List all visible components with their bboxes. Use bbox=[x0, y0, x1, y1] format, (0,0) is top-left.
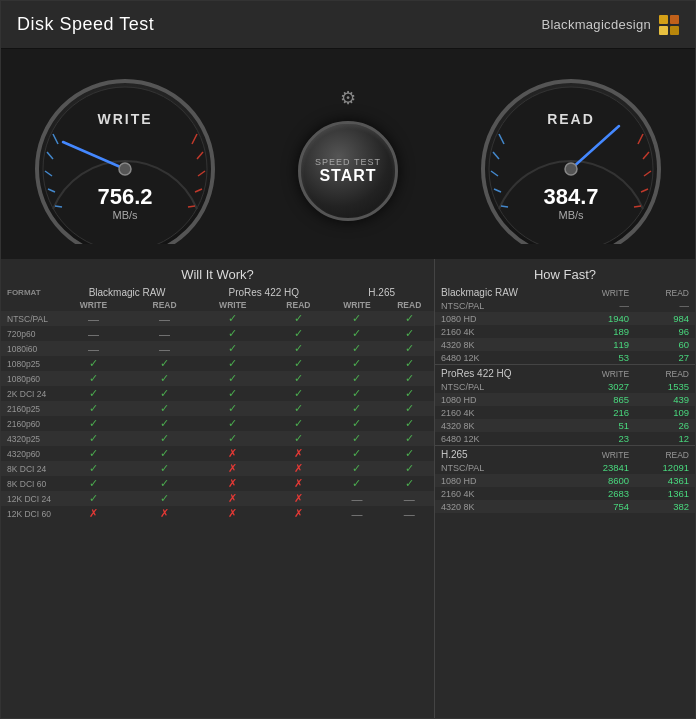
hf-table-row: NTSC/PAL 3027 1535 bbox=[435, 380, 695, 393]
braw-write-cell: ✓ bbox=[56, 461, 131, 476]
prores-read-cell: ✗ bbox=[267, 506, 329, 521]
prores-read-cell: ✓ bbox=[267, 311, 329, 326]
hf-read-cell: — bbox=[635, 299, 695, 312]
prores-write-cell: ✓ bbox=[198, 311, 267, 326]
hf-read-cell: 439 bbox=[635, 393, 695, 406]
format-cell: 2160p25 bbox=[1, 401, 56, 416]
check-icon: ✓ bbox=[89, 417, 98, 429]
check-icon: ✓ bbox=[352, 477, 361, 489]
cross-icon: ✗ bbox=[294, 507, 303, 519]
hf-table-row: NTSC/PAL 23841 12091 bbox=[435, 461, 695, 474]
svg-text:MB/s: MB/s bbox=[112, 209, 138, 221]
write-gauge-svg: WRITE 756.2 MB/s bbox=[25, 64, 225, 244]
cross-icon: ✗ bbox=[228, 492, 237, 504]
start-button-top-text: SPEED TEST bbox=[315, 157, 381, 167]
braw-write-cell: — bbox=[56, 341, 131, 356]
hf-format-cell: 2160 4K bbox=[435, 487, 574, 500]
h265-read-cell: ✓ bbox=[385, 311, 434, 326]
how-fast-table: Blackmagic RAW WRITE READ NTSC/PAL — — 1… bbox=[435, 286, 695, 513]
settings-icon[interactable]: ⚙ bbox=[340, 87, 356, 109]
prores-read-cell: ✗ bbox=[267, 461, 329, 476]
dash-icon: — bbox=[351, 493, 362, 505]
check-icon: ✓ bbox=[228, 312, 237, 324]
brand-name: Blackmagicdesign bbox=[541, 17, 651, 32]
h265-write-cell: ✓ bbox=[329, 371, 384, 386]
braw-write-cell: ✗ bbox=[56, 506, 131, 521]
prores-write-cell: ✗ bbox=[198, 446, 267, 461]
braw-write-cell: ✓ bbox=[56, 416, 131, 431]
cross-icon: ✗ bbox=[294, 462, 303, 474]
write-subheader: WRITE bbox=[574, 286, 635, 299]
prores-write-cell: ✗ bbox=[198, 476, 267, 491]
table-row: NTSC/PAL — — ✓ ✓ ✓ ✓ bbox=[1, 311, 434, 326]
prores-write-cell: ✗ bbox=[198, 506, 267, 521]
format-cell: 2160p60 bbox=[1, 416, 56, 431]
hf-format-cell: 1080 HD bbox=[435, 474, 574, 487]
check-icon: ✓ bbox=[160, 417, 169, 429]
hf-format-cell: NTSC/PAL bbox=[435, 380, 574, 393]
hf-table-row: 1080 HD 1940 984 bbox=[435, 312, 695, 325]
prores-write-cell: ✓ bbox=[198, 341, 267, 356]
how-fast-panel: How Fast? Blackmagic RAW WRITE READ NTSC… bbox=[435, 259, 695, 718]
braw-write-cell: — bbox=[56, 311, 131, 326]
check-icon: ✓ bbox=[89, 447, 98, 459]
svg-text:READ: READ bbox=[547, 111, 595, 127]
data-section: Will It Work? FORMAT Blackmagic RAW ProR… bbox=[1, 259, 695, 718]
hf-table-row: 6480 12K 23 12 bbox=[435, 432, 695, 446]
hf-table-row: 4320 8K 754 382 bbox=[435, 500, 695, 513]
cross-icon: ✗ bbox=[160, 507, 169, 519]
hf-format-cell: 4320 8K bbox=[435, 500, 574, 513]
braw-write-cell: ✓ bbox=[56, 476, 131, 491]
will-it-work-title: Will It Work? bbox=[1, 259, 434, 286]
h265-write-cell: ✓ bbox=[329, 311, 384, 326]
read-subheader: READ bbox=[635, 286, 695, 299]
check-icon: ✓ bbox=[160, 357, 169, 369]
table-row: 1080i60 — — ✓ ✓ ✓ ✓ bbox=[1, 341, 434, 356]
hf-read-cell: 27 bbox=[635, 351, 695, 365]
braw-read-cell: ✓ bbox=[131, 416, 198, 431]
check-icon: ✓ bbox=[405, 342, 414, 354]
group-name: ProRes 422 HQ bbox=[435, 365, 574, 381]
check-icon: ✓ bbox=[405, 462, 414, 474]
sq-bl bbox=[659, 26, 668, 35]
braw-read-cell: ✓ bbox=[131, 491, 198, 506]
check-icon: ✓ bbox=[405, 387, 414, 399]
prores-read-cell: ✗ bbox=[267, 491, 329, 506]
check-icon: ✓ bbox=[405, 477, 414, 489]
braw-read-cell: — bbox=[131, 311, 198, 326]
check-icon: ✓ bbox=[352, 402, 361, 414]
check-icon: ✓ bbox=[160, 492, 169, 504]
svg-point-13 bbox=[119, 163, 131, 175]
prores-read-cell: ✗ bbox=[267, 446, 329, 461]
check-icon: ✓ bbox=[228, 342, 237, 354]
dash-icon: — bbox=[159, 328, 170, 340]
braw-read-cell: ✓ bbox=[131, 386, 198, 401]
braw-write-cell: ✓ bbox=[56, 371, 131, 386]
hf-read-cell: 984 bbox=[635, 312, 695, 325]
dash-icon: — bbox=[404, 508, 415, 520]
gauge-section: WRITE 756.2 MB/s ⚙ SPEED TEST START bbox=[1, 49, 695, 259]
hf-format-cell: 4320 8K bbox=[435, 338, 574, 351]
check-icon: ✓ bbox=[89, 462, 98, 474]
check-icon: ✓ bbox=[160, 372, 169, 384]
hf-write-cell: 189 bbox=[574, 325, 635, 338]
prores-read-cell: ✓ bbox=[267, 341, 329, 356]
table-row: 4320p60 ✓ ✓ ✗ ✗ ✓ ✓ bbox=[1, 446, 434, 461]
braw-read-cell: ✓ bbox=[131, 356, 198, 371]
cross-icon: ✗ bbox=[294, 477, 303, 489]
table-row: 1080p25 ✓ ✓ ✓ ✓ ✓ ✓ bbox=[1, 356, 434, 371]
format-cell: 1080i60 bbox=[1, 341, 56, 356]
h265-write-cell: — bbox=[329, 506, 384, 521]
start-button[interactable]: SPEED TEST START bbox=[298, 121, 398, 221]
hf-write-cell: 865 bbox=[574, 393, 635, 406]
app-title: Disk Speed Test bbox=[17, 14, 154, 35]
check-icon: ✓ bbox=[405, 402, 414, 414]
h265-write-cell: ✓ bbox=[329, 341, 384, 356]
hf-read-cell: 12 bbox=[635, 432, 695, 446]
hf-read-cell: 4361 bbox=[635, 474, 695, 487]
braw-header: Blackmagic RAW bbox=[56, 286, 198, 299]
hf-write-cell: 53 bbox=[574, 351, 635, 365]
table-row: 4320p25 ✓ ✓ ✓ ✓ ✓ ✓ bbox=[1, 431, 434, 446]
svg-line-27 bbox=[501, 206, 508, 207]
h265-read-cell: ✓ bbox=[385, 416, 434, 431]
